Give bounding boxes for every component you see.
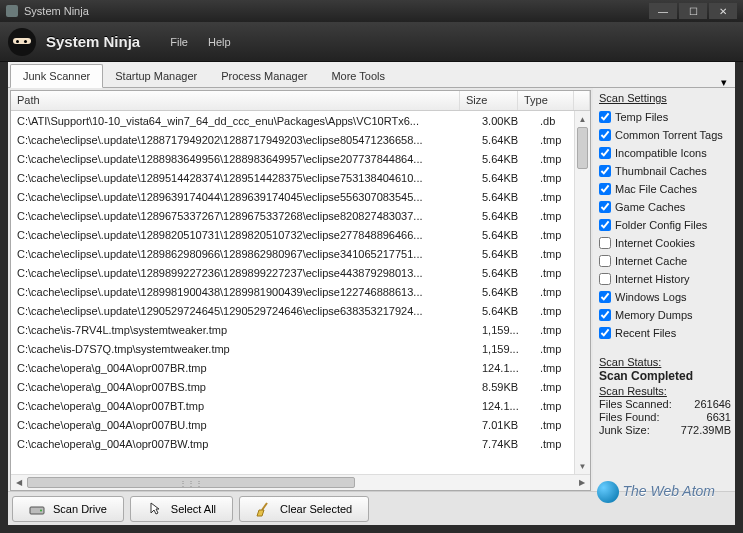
setting-common-torrent-tags[interactable]: Common Torrent Tags: [599, 126, 731, 144]
setting-label: Internet Cookies: [615, 237, 695, 249]
cell-size: 5.64KB: [476, 267, 534, 279]
minimize-button[interactable]: —: [649, 3, 677, 19]
table-row[interactable]: C:\cache\eclipse\.update\1289820510731\1…: [11, 225, 590, 244]
scroll-up-icon[interactable]: ▲: [575, 111, 590, 127]
app-icon: [6, 5, 18, 17]
setting-checkbox[interactable]: [599, 327, 611, 339]
tab-more-tools[interactable]: More Tools: [319, 65, 397, 87]
menu-help[interactable]: Help: [208, 36, 231, 48]
setting-temp-files[interactable]: Temp Files: [599, 108, 731, 126]
setting-windows-logs[interactable]: Windows Logs: [599, 288, 731, 306]
scroll-right-icon[interactable]: ▶: [574, 478, 590, 487]
tab-process-manager[interactable]: Process Manager: [209, 65, 319, 87]
table-row[interactable]: C:\cache\opera\g_004A\opr007BS.tmp8.59KB…: [11, 377, 590, 396]
setting-mac-file-caches[interactable]: Mac File Caches: [599, 180, 731, 198]
cell-size: 5.64KB: [476, 191, 534, 203]
svg-point-1: [40, 509, 42, 511]
cell-size: 5.64KB: [476, 286, 534, 298]
clear-selected-label: Clear Selected: [280, 503, 352, 515]
files-found-value: 6631: [707, 411, 731, 423]
cell-size: 124.1...: [476, 400, 534, 412]
setting-memory-dumps[interactable]: Memory Dumps: [599, 306, 731, 324]
horizontal-scrollbar[interactable]: ◀ ⋮⋮⋮ ▶: [11, 474, 590, 490]
setting-checkbox[interactable]: [599, 309, 611, 321]
scroll-thumb[interactable]: [577, 127, 588, 169]
table-row[interactable]: C:\cache\eclipse\.update\1289675337267\1…: [11, 206, 590, 225]
col-type[interactable]: Type: [518, 91, 574, 110]
button-bar: Scan Drive Select All Clear Selected The…: [8, 491, 735, 525]
table-row[interactable]: C:\cache\eclipse\.update\1288983649956\1…: [11, 149, 590, 168]
app-name: System Ninja: [46, 33, 140, 50]
table-row[interactable]: C:\cache\opera\g_004A\opr007BW.tmp7.74KB…: [11, 434, 590, 453]
setting-checkbox[interactable]: [599, 111, 611, 123]
cell-path: C:\cache\opera\g_004A\opr007BR.tmp: [11, 362, 476, 374]
tab-startup-manager[interactable]: Startup Manager: [103, 65, 209, 87]
table-row[interactable]: C:\cache\eclipse\.update\1289862980966\1…: [11, 244, 590, 263]
setting-checkbox[interactable]: [599, 255, 611, 267]
col-scroll-gap: [574, 91, 590, 110]
table-row[interactable]: C:\cache\eclipse\.update\1289899227236\1…: [11, 263, 590, 282]
setting-checkbox[interactable]: [599, 291, 611, 303]
app-window: System Ninja — ☐ ✕ System Ninja File Hel…: [0, 0, 743, 533]
menu-file[interactable]: File: [170, 36, 188, 48]
tab-overflow-icon[interactable]: ▾: [719, 77, 729, 87]
table-row[interactable]: C:\cache\is-D7S7Q.tmp\systemtweaker.tmp1…: [11, 339, 590, 358]
table-row[interactable]: C:\cache\opera\g_004A\opr007BT.tmp124.1.…: [11, 396, 590, 415]
col-size[interactable]: Size: [460, 91, 518, 110]
cell-size: 7.01KB: [476, 419, 534, 431]
pointer-icon: [147, 501, 163, 517]
col-path[interactable]: Path: [11, 91, 460, 110]
files-scanned-value: 261646: [694, 398, 731, 410]
setting-internet-cookies[interactable]: Internet Cookies: [599, 234, 731, 252]
cell-size: 5.64KB: [476, 248, 534, 260]
cell-size: 5.64KB: [476, 172, 534, 184]
setting-checkbox[interactable]: [599, 237, 611, 249]
setting-checkbox[interactable]: [599, 273, 611, 285]
scroll-down-icon[interactable]: ▼: [575, 458, 590, 474]
vertical-scrollbar[interactable]: ▲ ▼: [574, 111, 590, 474]
setting-checkbox[interactable]: [599, 201, 611, 213]
table-row[interactable]: C:\cache\is-7RV4L.tmp\systemtweaker.tmp1…: [11, 320, 590, 339]
setting-internet-history[interactable]: Internet History: [599, 270, 731, 288]
scan-drive-button[interactable]: Scan Drive: [12, 496, 124, 522]
setting-checkbox[interactable]: [599, 129, 611, 141]
setting-recent-files[interactable]: Recent Files: [599, 324, 731, 342]
files-scanned-label: Files Scanned:: [599, 398, 672, 410]
table-row[interactable]: C:\cache\eclipse\.update\1290529724645\1…: [11, 301, 590, 320]
table-row[interactable]: C:\ATI\Support\10-10_vista64_win7_64_dd_…: [11, 111, 590, 130]
cell-path: C:\cache\opera\g_004A\opr007BW.tmp: [11, 438, 476, 450]
table-row[interactable]: C:\cache\opera\g_004A\opr007BU.tmp7.01KB…: [11, 415, 590, 434]
setting-internet-cache[interactable]: Internet Cache: [599, 252, 731, 270]
scroll-left-icon[interactable]: ◀: [11, 478, 27, 487]
cell-path: C:\cache\eclipse\.update\1289899227236\1…: [11, 267, 476, 279]
table-row[interactable]: C:\cache\eclipse\.update\1289514428374\1…: [11, 168, 590, 187]
setting-incompatible-icons[interactable]: Incompatible Icons: [599, 144, 731, 162]
cell-size: 8.59KB: [476, 381, 534, 393]
close-button[interactable]: ✕: [709, 3, 737, 19]
setting-label: Temp Files: [615, 111, 668, 123]
setting-label: Thumbnail Caches: [615, 165, 707, 177]
maximize-button[interactable]: ☐: [679, 3, 707, 19]
table-row[interactable]: C:\cache\eclipse\.update\1289981900438\1…: [11, 282, 590, 301]
setting-checkbox[interactable]: [599, 147, 611, 159]
table-row[interactable]: C:\cache\eclipse\.update\1288717949202\1…: [11, 130, 590, 149]
select-all-button[interactable]: Select All: [130, 496, 233, 522]
setting-checkbox[interactable]: [599, 183, 611, 195]
setting-game-caches[interactable]: Game Caches: [599, 198, 731, 216]
hscroll-thumb[interactable]: ⋮⋮⋮: [27, 477, 355, 488]
table-row[interactable]: C:\cache\opera\g_004A\opr007BR.tmp124.1.…: [11, 358, 590, 377]
setting-folder-config-files[interactable]: Folder Config Files: [599, 216, 731, 234]
clear-selected-button[interactable]: Clear Selected: [239, 496, 369, 522]
select-all-label: Select All: [171, 503, 216, 515]
table-row[interactable]: C:\cache\eclipse\.update\1289639174044\1…: [11, 187, 590, 206]
tab-junk-scanner[interactable]: Junk Scanner: [10, 64, 103, 88]
tab-content: Path Size Type C:\ATI\Support\10-10_vist…: [8, 88, 735, 491]
broom-icon: [256, 501, 272, 517]
cell-path: C:\cache\eclipse\.update\1289820510731\1…: [11, 229, 476, 241]
setting-checkbox[interactable]: [599, 219, 611, 231]
ninja-logo-icon: [8, 28, 36, 56]
cell-size: 5.64KB: [476, 210, 534, 222]
setting-thumbnail-caches[interactable]: Thumbnail Caches: [599, 162, 731, 180]
setting-checkbox[interactable]: [599, 165, 611, 177]
cell-size: 5.64KB: [476, 305, 534, 317]
